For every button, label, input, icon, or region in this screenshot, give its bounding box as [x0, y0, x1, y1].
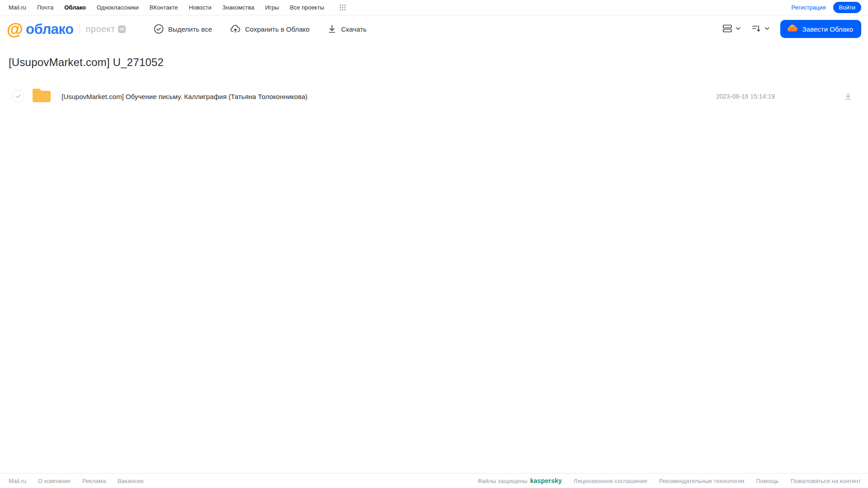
download-icon — [844, 92, 853, 101]
check-circle-icon — [154, 24, 164, 34]
footer-link-about[interactable]: О компании — [38, 478, 71, 484]
cloud-mailru-page: Mail.ru Почта Облако Одноклассники ВКонт… — [0, 0, 868, 488]
toolbar: Выделить все Сохранить в Облако — [154, 24, 367, 34]
footer-link-license[interactable]: Лицензионное соглашение — [574, 478, 647, 484]
download-label: Скачать — [341, 25, 366, 33]
list-view-icon — [722, 24, 732, 34]
kaspersky-protection: Файлы защищены kaspersky — [478, 477, 562, 484]
save-to-cloud-label: Сохранить в Облако — [245, 25, 310, 33]
get-cloud-label: Завести Облако — [802, 25, 853, 33]
footer-link-recommendations[interactable]: Рекомендательные технологии — [659, 478, 744, 484]
mailru-at-icon: @ — [7, 21, 23, 38]
portal-nav-games[interactable]: Игры — [265, 4, 279, 11]
chevron-down-icon — [764, 25, 770, 33]
login-button[interactable]: Войти — [833, 2, 861, 13]
registration-link[interactable]: Регистрация — [792, 4, 826, 11]
grid-dots-icon — [340, 5, 346, 10]
save-to-cloud-button[interactable]: Сохранить в Облако — [230, 24, 310, 34]
check-icon — [15, 93, 21, 99]
portal-nav-links: Mail.ru Почта Облако Одноклассники ВКонт… — [9, 4, 346, 11]
footer-link-jobs[interactable]: Вакансии — [118, 478, 143, 484]
select-all-label: Выделить все — [168, 25, 212, 33]
page-title: [UsupovMarket.com] U_271052 — [9, 56, 868, 69]
sort-icon — [751, 24, 761, 34]
footer: Mail.ru О компании Реклама Вакансии Файл… — [0, 473, 868, 488]
view-mode-dropdown[interactable] — [722, 24, 741, 34]
select-all-button[interactable]: Выделить все — [154, 24, 212, 34]
logo-divider — [80, 24, 80, 34]
portal-nav-mailru[interactable]: Mail.ru — [9, 4, 26, 11]
logo-wordmark: облако — [26, 22, 73, 36]
file-list: [UsupovMarket.com] Обучение письму. Калл… — [0, 86, 868, 107]
portal-nav-right: Регистрация Войти — [792, 2, 861, 13]
file-name-link[interactable]: [UsupovMarket.com] Обучение письму. Калл… — [62, 93, 716, 100]
protected-by-label: Файлы защищены — [478, 478, 527, 484]
cloud-logo[interactable]: @ облако проект vk — [7, 21, 126, 38]
portal-nav-odnoklassniki[interactable]: Одноклассники — [97, 4, 139, 11]
footer-link-mailru[interactable]: Mail.ru — [9, 478, 26, 484]
footer-link-help[interactable]: Помощь — [756, 478, 778, 484]
cloud-orange-icon — [787, 23, 798, 35]
footer-left-links: Mail.ru О компании Реклама Вакансии — [9, 478, 143, 484]
footer-right-links: Файлы защищены kaspersky Лицензионное со… — [478, 477, 861, 484]
portal-nav-cloud[interactable]: Облако — [64, 4, 86, 11]
file-date: 2023-08-16 15:14:19 — [716, 93, 775, 100]
footer-link-ads[interactable]: Реклама — [82, 478, 106, 484]
portal-nav-mail[interactable]: Почта — [37, 4, 53, 11]
portal-nav-all-projects[interactable]: Все проекты — [290, 4, 324, 11]
portal-nav-vkontakte[interactable]: ВКонтакте — [150, 4, 178, 11]
chevron-down-icon — [735, 25, 741, 33]
folder-icon — [32, 87, 52, 105]
header-right: Завести Облако — [722, 20, 861, 38]
vk-icon: vk — [118, 25, 126, 33]
row-download-button[interactable] — [844, 92, 853, 101]
sort-dropdown[interactable] — [751, 24, 770, 34]
portal-nav: Mail.ru Почта Облако Одноклассники ВКонт… — [0, 0, 868, 15]
apps-grid-icon[interactable] — [340, 5, 346, 10]
file-row[interactable]: [UsupovMarket.com] Обучение письму. Калл… — [0, 86, 868, 107]
footer-link-report[interactable]: Пожаловаться на контент — [791, 478, 861, 484]
portal-nav-dating[interactable]: Знакомства — [222, 4, 254, 11]
download-icon — [327, 24, 337, 34]
cloud-upload-icon — [230, 24, 241, 34]
kaspersky-logo: kaspersky — [530, 477, 562, 484]
download-button[interactable]: Скачать — [327, 24, 366, 34]
cloud-header: @ облако проект vk Выделить все — [0, 15, 868, 43]
main-content: [UsupovMarket.com] U_271052 [UsupovMarke… — [0, 43, 868, 473]
get-cloud-button[interactable]: Завести Облако — [780, 20, 861, 38]
logo-project-label: проект — [85, 24, 115, 34]
row-checkbox[interactable] — [12, 90, 24, 103]
portal-nav-news[interactable]: Новости — [189, 4, 211, 11]
